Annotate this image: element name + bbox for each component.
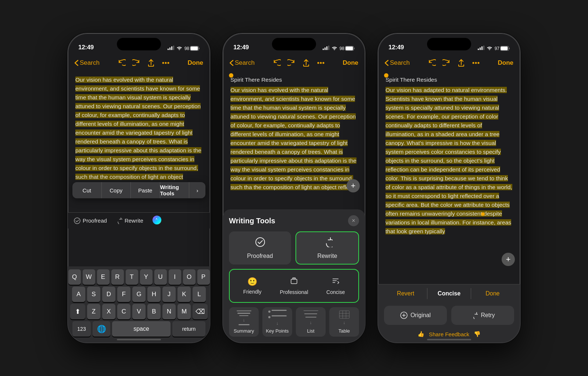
key-k[interactable]: K [178,287,191,302]
retry-button[interactable]: Retry [451,306,514,325]
share-icon-1[interactable] [147,59,155,67]
share-icon-2[interactable] [302,59,310,67]
wt-keypoints-btn[interactable]: ↓ Key Points [262,307,292,337]
key-e[interactable]: E [97,269,110,285]
wt-professional-btn[interactable]: Professional [275,273,313,298]
proofread-quick-btn[interactable]: Proofread [74,217,107,224]
keyboard-row-3: ⬆ Z X C V B N M ⌫ [70,304,208,319]
more-icon-3[interactable] [472,59,480,67]
svg-rect-3 [173,46,174,50]
text-area-3[interactable]: Spirit There Resides Our vision has adap… [386,75,513,236]
redo-icon-3[interactable] [442,59,451,67]
key-nums[interactable]: 123 [72,321,91,337]
svg-point-6 [162,63,164,64]
thumbs-down-icon[interactable]: 👎 [474,331,481,337]
key-h[interactable]: H [147,287,161,302]
done-tab[interactable]: Done [471,288,514,299]
wt-summary-btn[interactable]: ↓ Summary [229,307,259,337]
wt-friendly-btn[interactable]: 🙂 Friendly [233,273,271,298]
dynamic-island-1 [117,38,161,50]
back-button-1[interactable]: Search [75,59,100,67]
key-x[interactable]: X [102,304,115,319]
done-button-2[interactable]: Done [343,59,359,67]
wt-proofread-btn[interactable]: Proofread [229,231,291,265]
more-icon-1[interactable] [162,59,170,67]
key-b[interactable]: B [147,304,161,319]
status-icons-1: 98 [168,46,200,51]
wt-top-row: Proofread Rewrite [229,231,359,265]
key-j[interactable]: J [162,287,176,302]
key-f[interactable]: F [117,287,130,302]
original-button[interactable]: Original [384,306,447,325]
share-feedback-label[interactable]: Share Feedback [429,331,469,337]
done-button-3[interactable]: Done [498,59,514,67]
share-icon-3[interactable] [457,59,465,67]
wt-rewrite-btn[interactable]: Rewrite [295,231,359,265]
more-button[interactable]: › [189,182,205,198]
key-emoji[interactable]: 🌐 [93,321,110,337]
key-m[interactable]: M [178,304,191,319]
key-n[interactable]: N [162,304,176,319]
text-area-2[interactable]: Spirit There Resides Our vision has evol… [230,75,358,192]
writing-tools-button[interactable]: Writing Tools [160,182,190,198]
concise-tab[interactable]: Concise [427,288,471,299]
key-u[interactable]: U [154,269,167,285]
key-return[interactable]: return [172,321,205,337]
svg-point-9 [74,218,80,224]
wt-concise-btn[interactable]: Concise [317,273,355,298]
undo-icon-2[interactable] [273,59,281,67]
undo-icon-3[interactable] [428,59,436,67]
selection-dot-mid-3 [481,212,485,216]
svg-rect-14 [328,46,329,50]
friendly-label: Friendly [243,289,262,295]
key-g[interactable]: G [132,287,146,302]
key-t[interactable]: T [126,269,138,285]
key-d[interactable]: D [102,287,115,302]
key-q[interactable]: Q [68,269,81,285]
wt-close-button[interactable]: × [348,215,359,226]
rewrite-quick-btn[interactable]: Rewrite [116,217,143,224]
key-w[interactable]: W [83,269,95,285]
content-3: Spirit There Resides Our vision has adap… [378,72,520,343]
key-r[interactable]: R [111,269,124,285]
thumbs-up-icon[interactable]: 👍 [417,331,424,337]
svg-point-7 [165,63,166,64]
key-y[interactable]: Y [140,269,153,285]
key-space[interactable]: space [112,321,171,337]
done-button-1[interactable]: Done [188,59,204,67]
key-i[interactable]: I [169,269,181,285]
key-l[interactable]: L [193,287,206,302]
key-c[interactable]: C [117,304,130,319]
cut-button[interactable]: Cut [72,182,102,198]
svg-point-10 [153,216,161,224]
key-p[interactable]: P [197,269,210,285]
wt-format-row: ↓ Summary ↓ [229,307,359,337]
revert-tab[interactable]: Revert [384,288,427,299]
redo-icon-1[interactable] [132,59,140,67]
table-label: Table [338,328,350,334]
key-delete[interactable]: ⌫ [193,304,208,319]
more-icon-2[interactable] [317,59,325,67]
wt-list-btn[interactable]: ↓ List [296,307,326,337]
wt-table-btn[interactable]: ↓ Table [329,307,359,337]
key-s[interactable]: S [87,287,100,302]
paste-button[interactable]: Paste [131,182,160,198]
key-v[interactable]: V [132,304,146,319]
key-z[interactable]: Z [87,304,100,319]
keyboard-row-1: Q W E R T Y U I O P [70,269,208,285]
back-button-2[interactable]: Search [230,59,255,67]
text-area-2-wrapper: Spirit There Resides Our vision has evol… [223,72,365,195]
key-a[interactable]: A [72,287,85,302]
svg-point-36 [473,63,474,64]
plus-button-2[interactable]: + [347,179,360,192]
back-button-3[interactable]: Search [385,59,410,67]
copy-button[interactable]: Copy [102,182,131,198]
plus-button-3[interactable]: + [502,253,515,266]
status-icons-2: 98 [323,46,355,51]
svg-point-37 [475,63,476,64]
undo-icon-1[interactable] [118,59,126,67]
key-shift[interactable]: ⬆ [70,304,85,319]
signal-icon-3 [478,46,484,51]
redo-icon-2[interactable] [287,59,295,67]
key-o[interactable]: O [183,269,196,285]
